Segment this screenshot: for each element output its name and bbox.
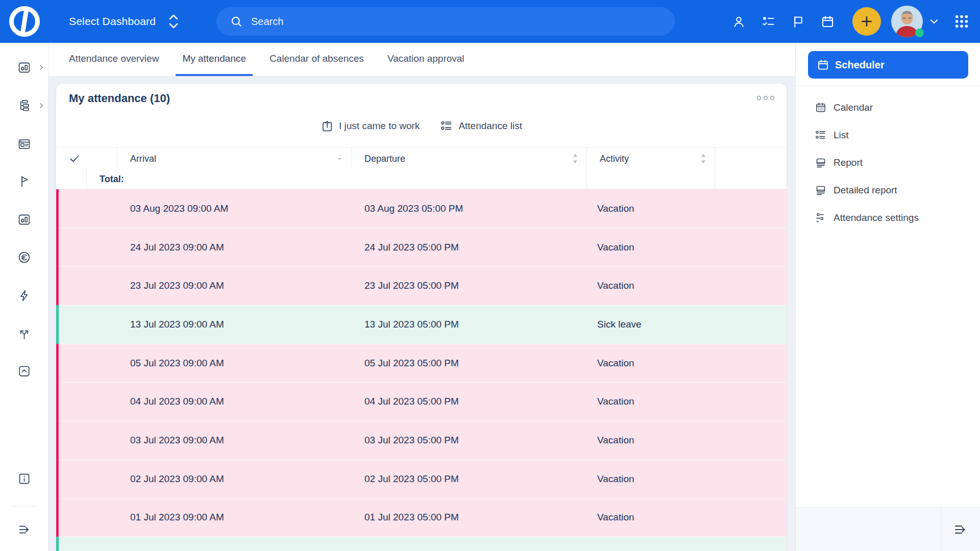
browser-window-icon (17, 137, 31, 151)
calendar-button[interactable] (821, 15, 835, 29)
profile-menu-chevron[interactable] (928, 15, 940, 28)
add-button[interactable] (852, 7, 881, 36)
right-panel-footer (796, 507, 980, 551)
menu-item-calendar[interactable]: Calendar (796, 94, 980, 121)
panel-actions: I just came to work Attendance list (56, 119, 787, 133)
tab-calendar-of-absences[interactable]: Calendar of absences (263, 43, 371, 76)
total-empty-cell (715, 169, 787, 189)
table-row[interactable]: 03 Aug 2023 09:00 AM 03 Aug 2023 05:00 P… (56, 189, 787, 228)
departure-cell: 05 Jul 2023 05:00 PM (352, 358, 587, 369)
settings-sliders-icon (815, 212, 827, 224)
departure-cell: 24 Jul 2023 05:00 PM (352, 242, 587, 253)
column-header-empty (715, 148, 787, 169)
sidebar-item-integrations[interactable] (0, 327, 48, 341)
info-icon (17, 472, 31, 486)
sidebar-item-payroll[interactable] (0, 251, 48, 264)
panel-menu-button[interactable] (757, 96, 774, 100)
tab-my-attendance[interactable]: My attendance (176, 43, 253, 76)
arrival-cell: 13 Jul 2023 09:00 AM (117, 319, 352, 330)
sidebar-item-activity[interactable] (0, 289, 48, 303)
row-status-stripe (56, 421, 59, 460)
sidebar-item-modules[interactable] (0, 364, 48, 378)
row-status-stripe (56, 498, 59, 537)
apps-menu-button[interactable] (953, 13, 970, 30)
right-panel: Scheduler Calendar List Repor (795, 43, 980, 551)
activity-cell: Vacation (587, 473, 715, 485)
detailed-report-icon (815, 184, 827, 196)
table-row[interactable]: 03 Jul 2023 09:00 AM 03 Jul 2023 05:00 P… (56, 421, 787, 460)
panel-title: My attendance (10) (69, 92, 170, 105)
activity-cell: Vacation (587, 396, 715, 407)
profile-button[interactable] (732, 15, 746, 29)
menu-item-label: Detailed report (834, 185, 897, 196)
scheduler-button[interactable]: Scheduler (808, 51, 968, 79)
came-to-work-label: I just came to work (339, 120, 420, 132)
menu-item-report[interactable]: Report (796, 149, 980, 177)
departure-cell: 02 Jul 2023 05:00 PM (352, 473, 587, 485)
org-structure-icon (17, 99, 31, 113)
menu-item-label: Report (834, 157, 863, 168)
check-in-icon (321, 119, 334, 133)
arrival-cell: 24 Jul 2023 09:00 AM (117, 242, 352, 253)
flag-icon (791, 15, 805, 29)
column-header-arrival[interactable]: Arrival (117, 148, 352, 169)
attendance-list-label: Attendance list (458, 120, 522, 132)
activity-cell: Vacation (587, 203, 715, 214)
table-row[interactable]: 02 Jul 2023 09:00 AM 02 Jul 2023 05:00 P… (56, 460, 787, 498)
right-panel-divider (796, 86, 980, 86)
list-icon (815, 129, 827, 141)
departure-cell: 23 Jul 2023 05:00 PM (352, 280, 587, 291)
tab-vacation-approval[interactable]: Vacation approval (381, 43, 471, 76)
arrival-cell: 02 Jul 2023 09:00 AM (117, 473, 352, 485)
table-row[interactable]: 04 Jul 2023 09:00 AM 04 Jul 2023 05:00 P… (56, 382, 787, 421)
search-input[interactable] (251, 16, 608, 28)
logo-icon (9, 6, 40, 37)
calendar-grid-icon (815, 102, 827, 114)
table-row[interactable]: 01 Jul 2023 09:00 AM 01 Jul 2023 05:00 P… (56, 498, 787, 537)
chevron-right-icon[interactable] (38, 102, 45, 109)
attendance-list-button[interactable]: Attendance list (440, 119, 522, 133)
menu-item-detailed-report[interactable]: Detailed report (796, 177, 980, 204)
app-logo[interactable] (0, 6, 48, 37)
avatar[interactable] (891, 6, 923, 37)
menu-item-attendance-settings[interactable]: Attendance settings (796, 204, 980, 232)
attendance-table: Arrival Departure Activity Total: 03 Aug… (56, 147, 787, 551)
search-bar[interactable] (216, 7, 675, 36)
collapse-sidebar-button[interactable] (0, 522, 48, 537)
sidebar-item-info[interactable] (0, 472, 48, 486)
activity-cell: Sick leave (587, 319, 715, 330)
table-row[interactable]: 23 Jul 2023 09:00 AM 23 Jul 2023 05:00 P… (56, 266, 787, 305)
sidebar-item-terminal[interactable] (0, 213, 48, 227)
tasks-button[interactable] (762, 15, 775, 29)
tab-attendance-overview[interactable]: Attendance overview (62, 43, 165, 76)
total-label: Total: (87, 169, 587, 189)
expand-panel-button[interactable] (953, 522, 968, 537)
table-row[interactable]: 24 Jul 2023 09:00 AM 24 Jul 2023 05:00 P… (56, 228, 787, 267)
departure-cell: 01 Jul 2023 05:00 PM (352, 512, 587, 523)
column-header-activity[interactable]: Activity (587, 148, 715, 169)
menu-item-list[interactable]: List (796, 121, 980, 149)
reports-button[interactable] (791, 15, 805, 29)
attendance-tabs: Attendance overview My attendance Calend… (48, 43, 795, 77)
chevron-right-icon[interactable] (38, 64, 45, 71)
sidebar-item-campaigns[interactable] (0, 174, 48, 188)
table-row[interactable]: 05 Jul 2023 09:00 AM 05 Jul 2023 05:00 P… (56, 344, 787, 383)
table-row[interactable] (56, 537, 787, 551)
select-all-header[interactable] (56, 148, 117, 169)
row-status-stripe (56, 305, 59, 344)
filter-down-icon[interactable] (336, 156, 343, 162)
row-status-stripe (56, 228, 59, 267)
dashboard-selector[interactable]: Select Dashboard (69, 11, 180, 32)
sidebar-item-browser[interactable] (0, 137, 48, 151)
calendar-icon (821, 15, 835, 29)
left-sidebar (0, 43, 48, 551)
came-to-work-button[interactable]: I just came to work (321, 119, 420, 133)
total-row: Total: (56, 169, 787, 189)
column-header-departure[interactable]: Departure (352, 148, 587, 169)
table-row[interactable]: 13 Jul 2023 09:00 AM 13 Jul 2023 05:00 P… (56, 305, 787, 344)
activity-cell: Vacation (587, 435, 715, 446)
sort-icon[interactable] (700, 153, 706, 164)
scheduler-label: Scheduler (835, 59, 885, 71)
sort-icon[interactable] (572, 153, 578, 164)
activity-cell: Vacation (587, 358, 715, 369)
